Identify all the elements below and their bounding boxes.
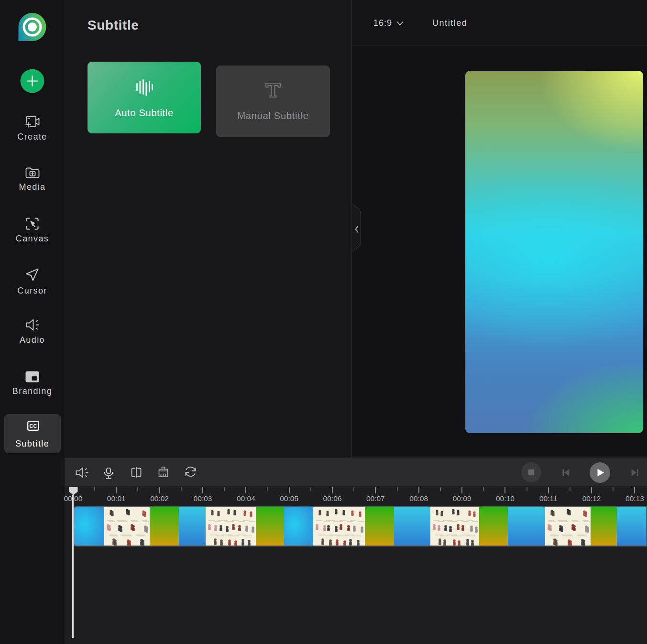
svg-text:CC: CC [30,423,37,429]
